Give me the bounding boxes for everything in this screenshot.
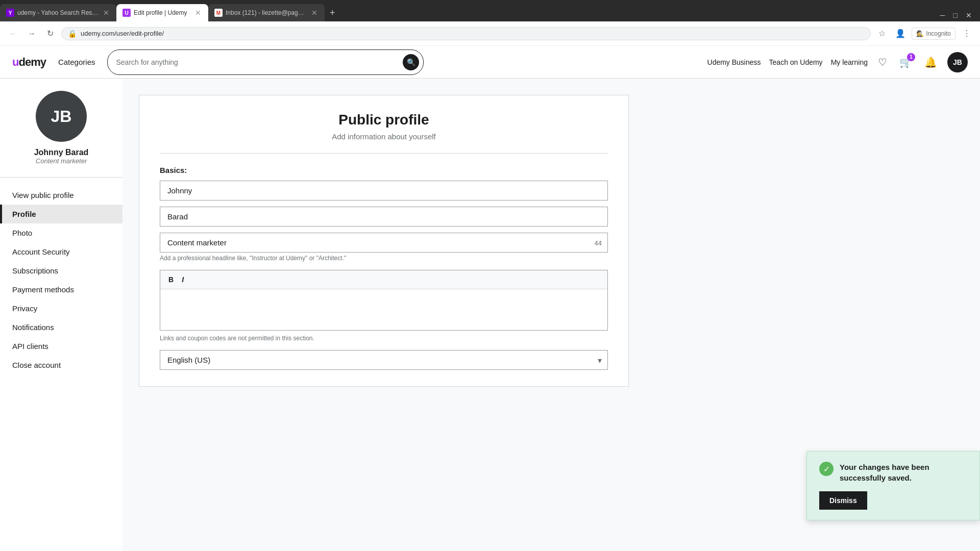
bold-button[interactable]: B <box>165 274 177 285</box>
sidebar-item-photo[interactable]: Photo <box>0 223 122 242</box>
tab-yahoo[interactable]: Y udemy - Yahoo Search Results ✕ <box>0 4 116 21</box>
last-name-input[interactable] <box>160 207 608 227</box>
browser-window: Y udemy - Yahoo Search Results ✕ U Edit … <box>0 0 980 551</box>
sidebar-item-profile[interactable]: Profile <box>0 205 122 223</box>
categories-link[interactable]: Categories <box>54 56 100 68</box>
tab-yahoo-close[interactable]: ✕ <box>102 8 110 18</box>
tab-yahoo-label: udemy - Yahoo Search Results <box>17 9 99 16</box>
char-count: 44 <box>595 239 602 246</box>
header-nav: Udemy Business Teach on Udemy My learnin… <box>707 52 968 72</box>
heart-icon: ♡ <box>878 56 887 68</box>
basics-label: Basics: <box>160 166 608 174</box>
lock-icon: 🔒 <box>68 30 77 38</box>
sidebar-item-account-security[interactable]: Account Security <box>0 242 122 261</box>
search-button[interactable]: 🔍 <box>403 54 419 70</box>
language-select-wrapper: English (US) Spanish French German Portu… <box>160 350 608 370</box>
sidebar-item-payment-methods[interactable]: Payment methods <box>0 280 122 299</box>
search-bar: 🔍 <box>107 49 424 75</box>
tab-gmail-close[interactable]: ✕ <box>310 8 318 18</box>
search-input[interactable] <box>116 58 399 66</box>
tab-gmail-label: Inbox (121) - liezette@pagefl... <box>226 9 307 16</box>
headline-wrapper: 44 <box>160 233 608 253</box>
sidebar-item-privacy[interactable]: Privacy <box>0 299 122 318</box>
content-area: Public profile Add information about you… <box>122 79 980 551</box>
cart-button[interactable]: 🛒 1 <box>897 54 914 70</box>
bio-hint: Links and coupon codes are not permitted… <box>160 335 608 342</box>
search-icon: 🔍 <box>407 58 415 66</box>
toast-content: ✓ Your changes have been successfully sa… <box>819 462 967 483</box>
sidebar-item-close-account[interactable]: Close account <box>0 356 122 374</box>
sidebar-user-name: Johnny Barad <box>34 148 89 157</box>
maximize-button[interactable]: □ <box>949 9 962 21</box>
url-bar[interactable]: 🔒 udemy.com/user/edit-profile/ <box>61 27 871 40</box>
toast-message: Your changes have been successfully save… <box>840 462 967 483</box>
minimize-button[interactable]: ─ <box>936 9 949 21</box>
headline-input[interactable] <box>160 233 608 253</box>
cart-badge: 1 <box>907 53 915 61</box>
wishlist-button[interactable]: ♡ <box>876 54 889 70</box>
forward-button[interactable]: → <box>24 27 39 41</box>
udemy-logo: udemy <box>12 56 46 69</box>
sidebar-item-api-clients[interactable]: API clients <box>0 337 122 356</box>
page-content: udemy Categories 🔍 Udemy Business Teach … <box>0 46 980 551</box>
checkmark-icon: ✓ <box>823 464 830 474</box>
page-subtitle: Add information about yourself <box>160 132 608 141</box>
sidebar-item-subscriptions[interactable]: Subscriptions <box>0 261 122 280</box>
language-select[interactable]: English (US) Spanish French German Portu… <box>160 350 608 370</box>
profile-button[interactable]: 👤 <box>893 27 908 41</box>
teach-on-udemy-link[interactable]: Teach on Udemy <box>769 58 823 66</box>
public-profile-card: Public profile Add information about you… <box>139 95 629 387</box>
incognito-icon: 🕵 <box>916 30 924 37</box>
first-name-input[interactable] <box>160 181 608 201</box>
url-text: udemy.com/user/edit-profile/ <box>81 30 864 37</box>
back-button[interactable]: ← <box>6 27 20 41</box>
sidebar-item-notifications[interactable]: Notifications <box>0 318 122 337</box>
sidebar-user-section: JB Johnny Barad Content marketer <box>0 91 122 178</box>
tab-bar: Y udemy - Yahoo Search Results ✕ U Edit … <box>0 0 980 21</box>
sidebar: JB Johnny Barad Content marketer View pu… <box>0 79 122 551</box>
toast-success-icon: ✓ <box>819 462 834 476</box>
address-bar: ← → ↻ 🔒 udemy.com/user/edit-profile/ ☆ 👤… <box>0 21 980 46</box>
close-button[interactable]: ✕ <box>962 9 976 21</box>
udemy-business-link[interactable]: Udemy Business <box>707 58 761 66</box>
notifications-button[interactable]: 🔔 <box>922 54 939 70</box>
sidebar-user-subtitle: Content marketer <box>36 157 87 165</box>
toast-notification: ✓ Your changes have been successfully sa… <box>806 451 980 520</box>
main-layout: JB Johnny Barad Content marketer View pu… <box>0 79 980 551</box>
page-title: Public profile <box>160 112 608 128</box>
refresh-button[interactable]: ↻ <box>43 27 57 41</box>
tab-favicon-udemy: U <box>122 9 131 17</box>
bell-icon: 🔔 <box>924 56 937 68</box>
bio-editor: B I <box>160 270 608 331</box>
bio-content[interactable] <box>160 289 607 330</box>
sidebar-nav: View public profile Profile Photo Accoun… <box>0 186 122 374</box>
tab-favicon-gmail: M <box>214 9 223 17</box>
sidebar-avatar: JB <box>36 91 87 142</box>
bookmark-button[interactable]: ☆ <box>875 27 889 41</box>
tab-favicon-yahoo: Y <box>6 9 14 17</box>
tab-udemy[interactable]: U Edit profile | Udemy ✕ <box>116 4 208 21</box>
divider <box>160 153 608 154</box>
tab-udemy-label: Edit profile | Udemy <box>134 9 187 16</box>
incognito-button[interactable]: 🕵 Incognito <box>912 28 955 40</box>
bio-toolbar: B I <box>160 270 607 289</box>
dismiss-button[interactable]: Dismiss <box>819 491 867 510</box>
headline-hint: Add a professional headline like, "Instr… <box>160 255 608 262</box>
tab-udemy-close[interactable]: ✕ <box>194 8 202 18</box>
tab-gmail[interactable]: M Inbox (121) - liezette@pagefl... ✕ <box>208 4 325 21</box>
incognito-label: Incognito <box>926 30 951 37</box>
italic-button[interactable]: I <box>179 274 187 285</box>
user-avatar[interactable]: JB <box>947 52 968 72</box>
my-learning-link[interactable]: My learning <box>831 58 868 66</box>
sidebar-item-view-public-profile[interactable]: View public profile <box>0 186 122 205</box>
udemy-header: udemy Categories 🔍 Udemy Business Teach … <box>0 46 980 79</box>
new-tab-button[interactable]: + <box>325 8 340 18</box>
menu-button[interactable]: ⋮ <box>960 27 974 41</box>
